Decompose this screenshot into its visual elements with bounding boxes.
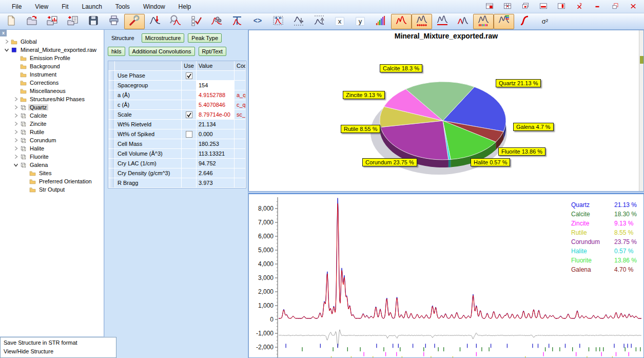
tab-hkls[interactable]: hkls [108, 47, 125, 56]
param-value[interactable]: 3.973 [197, 178, 235, 188]
print-button[interactable] [104, 14, 124, 29]
import-scan-button[interactable] [42, 14, 63, 29]
tree-item-global[interactable]: Global [0, 37, 104, 46]
restore-icon[interactable] [610, 2, 621, 11]
row-grip[interactable] [108, 120, 115, 129]
axis-peak-button[interactable] [227, 14, 247, 29]
chevron-right-icon[interactable] [12, 120, 19, 127]
tree-item-structures-hkl-phases[interactable]: Structures/hkl Phases [0, 95, 104, 103]
tree-item-emission-profile[interactable]: Emission Profile [0, 54, 104, 62]
param-code[interactable] [235, 71, 246, 81]
new-document-button[interactable] [1, 14, 22, 29]
new-window-icon[interactable] [484, 2, 495, 11]
param-checkbox[interactable] [182, 71, 197, 81]
menu-file[interactable]: File [5, 2, 28, 12]
chevron-right-icon[interactable] [12, 153, 19, 160]
menu-help[interactable]: Help [172, 2, 198, 12]
tree-item-instrument[interactable]: Instrument [0, 70, 104, 79]
checklist-button[interactable] [186, 14, 206, 29]
chevron-right-icon[interactable] [12, 137, 19, 144]
tree-item-miscellaneous[interactable]: Miscellaneous [0, 87, 104, 95]
tree-item-rutile[interactable]: Rutile [0, 128, 104, 136]
chevron-right-icon[interactable] [12, 128, 19, 136]
param-value[interactable] [197, 71, 235, 81]
param-code[interactable]: sc_qu [235, 110, 246, 120]
tree-item-corundum[interactable]: Corundum [0, 136, 104, 144]
param-value[interactable]: 8.79714e-00 [197, 110, 235, 120]
legend-bars-button[interactable] [494, 14, 514, 29]
split-vertical-icon[interactable] [556, 2, 567, 11]
offset-down-button[interactable] [288, 14, 309, 29]
tab-rpt-text[interactable]: Rpt/Text [199, 47, 226, 56]
tree-item-corrections[interactable]: Corrections [0, 79, 104, 87]
row-grip[interactable] [108, 139, 115, 149]
param-value[interactable]: 0.000 [197, 129, 235, 139]
menu-launch[interactable]: Launch [75, 2, 108, 12]
tree-item-background[interactable]: Background [0, 62, 104, 70]
param-value[interactable]: 5.4070846 [197, 100, 235, 110]
row-grip[interactable] [108, 168, 115, 178]
row-grip[interactable] [108, 159, 115, 168]
tree-item-halite[interactable]: Halite [0, 144, 104, 153]
tree-item-fluorite[interactable]: Fluorite [0, 153, 104, 161]
chevron-down-icon[interactable] [12, 161, 19, 168]
calc-pattern-button[interactable] [391, 14, 412, 29]
close-icon[interactable]: x [0, 30, 7, 36]
tree-item-quartz[interactable]: Quartz [0, 103, 104, 111]
row-grip[interactable] [108, 149, 115, 159]
menu-fit[interactable]: Fit [55, 2, 75, 12]
row-grip[interactable] [108, 178, 115, 188]
chevron-right-icon[interactable] [12, 145, 19, 152]
peak-down-arrow-button[interactable] [145, 14, 165, 29]
x-axis-button[interactable]: x [329, 14, 350, 29]
minimize-icon[interactable] [592, 2, 603, 11]
code-brackets-button[interactable]: <> [247, 14, 268, 29]
obs-calc-button[interactable] [453, 14, 473, 29]
chevron-right-icon[interactable] [12, 96, 19, 103]
menu-view[interactable]: View [28, 2, 55, 12]
ticks-pattern-button[interactable] [412, 14, 432, 29]
scrollbar[interactable] [639, 30, 643, 191]
tree-item-zincite[interactable]: Zincite [0, 120, 104, 128]
param-code[interactable] [235, 81, 246, 90]
param-code[interactable] [235, 120, 246, 129]
param-value[interactable]: 180.253 [197, 139, 235, 149]
chevron-right-icon[interactable] [12, 104, 19, 111]
tab-structure[interactable]: Structure [108, 33, 138, 43]
param-checkbox[interactable] [182, 110, 197, 120]
param-code[interactable] [235, 139, 246, 149]
param-code[interactable] [235, 178, 246, 188]
sigma-squared-button[interactable]: σ² [535, 14, 555, 29]
save-button[interactable] [83, 14, 104, 29]
param-value[interactable]: 21.134 [197, 120, 235, 129]
cascade-windows-icon[interactable] [520, 2, 531, 11]
select-range-button[interactable] [268, 14, 288, 29]
atoms-peak-button[interactable] [206, 14, 227, 29]
fit-wrench-button[interactable] [124, 14, 145, 29]
menu-tools[interactable]: Tools [109, 2, 136, 12]
zoom-peak-button[interactable] [165, 14, 186, 29]
param-code[interactable]: c_qua [235, 100, 246, 110]
menu-window[interactable]: Window [136, 2, 172, 12]
row-grip[interactable] [108, 110, 115, 120]
tab-additional-convolutions[interactable]: Additional Convolutions [129, 47, 195, 56]
import-text-button[interactable] [63, 14, 83, 29]
hkl-ticks-button[interactable] [473, 14, 494, 29]
stacked-scans-button[interactable] [370, 14, 391, 29]
tree-item-str-output[interactable]: Str Output [0, 185, 104, 194]
offset-up-button[interactable] [309, 14, 329, 29]
param-code[interactable] [235, 159, 246, 168]
split-horizontal-icon[interactable] [538, 2, 549, 11]
chevron-right-icon[interactable] [3, 38, 10, 45]
param-value[interactable]: 2.646 [197, 168, 235, 178]
row-grip[interactable] [108, 71, 115, 81]
row-grip[interactable] [108, 100, 115, 110]
tree-item-galena[interactable]: Galena [0, 161, 104, 169]
close-all-windows-icon[interactable] [574, 2, 585, 11]
close-icon[interactable] [628, 2, 639, 11]
tree-item-preferred-orientation[interactable]: Preferred Orientation [0, 177, 104, 185]
chevron-right-icon[interactable] [12, 112, 19, 119]
param-value[interactable]: 113.13321 [197, 149, 235, 159]
param-value[interactable]: 4.9152788 [197, 90, 235, 100]
chevron-down-icon[interactable] [3, 46, 10, 53]
